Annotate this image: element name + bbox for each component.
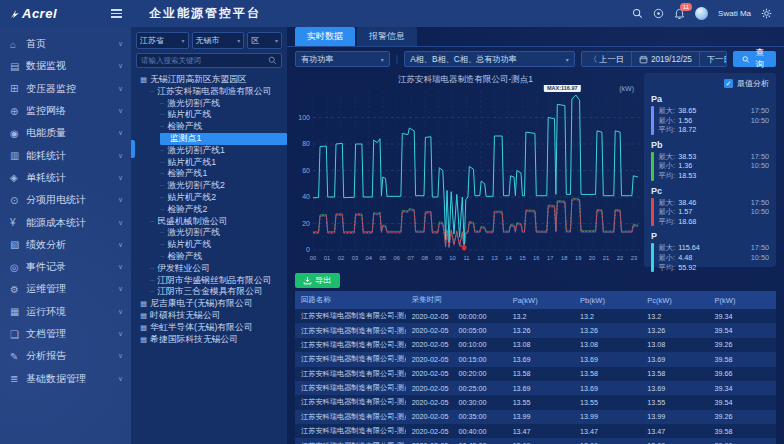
sidebar-item-7[interactable]: ⊙分项用电统计∨ [0, 189, 131, 211]
cell-pa: 13.55 [507, 395, 574, 409]
chevron-down-icon: ∨ [118, 241, 123, 249]
chart-section: 江苏安科瑞电器制造有限公司-测点1 (kW) 00010203040506070… [287, 71, 784, 269]
tree-connector: ┄ [150, 265, 155, 272]
tree-node-label: 贴片机产线 [167, 109, 211, 119]
stat-avg: 18.68 [678, 217, 696, 227]
menu-toggle-icon[interactable] [108, 6, 125, 21]
sidebar-item-15[interactable]: ≣基础数据管理∨ [0, 367, 131, 389]
tree-node[interactable]: ▦无锡江阴高新区东盟园区 [136, 74, 287, 86]
cell-circuit-name: 江苏安科瑞电器制造有限公司-测点1 [295, 424, 406, 438]
cell-collect-time: 2020-02-0500:10:00 [406, 338, 507, 352]
power-quality-icon: ◉ [10, 128, 26, 139]
tree-node[interactable]: ┄激光切割产线2 [136, 180, 287, 192]
cell-pb: 13.47 [574, 424, 641, 438]
sidebar-item-11[interactable]: ⚙运维管理∨ [0, 278, 131, 300]
tree-search-icon[interactable] [268, 56, 277, 65]
sidebar-item-5[interactable]: ▥能耗统计∨ [0, 144, 131, 166]
tree-node[interactable]: ┄贴片机产线 [136, 109, 287, 121]
tree-node[interactable]: ┄检验产线1 [136, 168, 287, 180]
tree-node[interactable]: ┄贴片机产线2 [136, 192, 287, 204]
tree-node[interactable]: ┄检验产线 [136, 121, 287, 133]
svg-text:60: 60 [302, 167, 310, 174]
region-select-2[interactable]: 区▾ [247, 32, 282, 49]
sidebar-item-3[interactable]: ⊕监控网络∨ [0, 100, 131, 122]
sidebar-item-12[interactable]: ▦运行环境∨ [0, 301, 131, 323]
export-button[interactable]: 导出 [295, 273, 340, 288]
table-row: 江苏安科瑞电器制造有限公司-测点12020-02-0500:35:0013.99… [295, 410, 776, 424]
max-analysis-checkbox[interactable]: ✓ [724, 79, 733, 88]
cell-p: 39.58 [709, 424, 776, 438]
sidebar-item-8[interactable]: ¥能源成本统计∨ [0, 211, 131, 233]
column-header-2: Pa(kW) [507, 291, 574, 309]
sidebar-item-6[interactable]: ◈单耗统计∨ [0, 167, 131, 189]
svg-text:20: 20 [302, 220, 310, 227]
tree-node[interactable]: ┄检验产线2 [136, 204, 287, 216]
cell-circuit-name: 江苏安科瑞电器制造有限公司-测点1 [295, 438, 406, 444]
table-row: 江苏安科瑞电器制造有限公司-测点12020-02-0500:45:0013.69… [295, 438, 776, 444]
sidebar-item-1[interactable]: ▤数据监视∨ [0, 55, 131, 77]
tree-node-selected[interactable]: 监测点1 [160, 133, 287, 145]
tree-node[interactable]: ▦华虹半导体(无锡)有限公司 [136, 322, 287, 334]
avatar[interactable] [695, 7, 708, 20]
region-selects: 江苏省▾无锡市▾区▾ [136, 32, 287, 49]
svg-text:13: 13 [491, 255, 497, 261]
phase-select[interactable]: A相、B相、C相、总有功功率▾ [404, 51, 575, 67]
sidebar-item-label: 运维管理 [26, 282, 66, 296]
building-icon: ▦ [140, 75, 147, 84]
sidebar-item-0[interactable]: ⌂首页∨ [0, 33, 131, 55]
tree-node[interactable]: ┄激光切割产线 [136, 227, 287, 239]
stat-avg: 18.53 [678, 171, 696, 181]
query-button[interactable]: 查询 [733, 51, 776, 67]
chevron-down-icon: ∨ [118, 285, 123, 293]
stat-min-time: 10:50 [751, 253, 769, 263]
column-header-5: P(kW) [709, 291, 776, 309]
search-icon[interactable] [632, 8, 643, 19]
tree-node[interactable]: ┄江苏安科瑞电器制造有限公司 [136, 86, 287, 98]
user-name[interactable]: Swati Ma [718, 9, 751, 18]
query-search-icon [742, 55, 750, 64]
sidebar-item-4[interactable]: ◉电能质量∨ [0, 122, 131, 144]
sidebar-item-label: 能源成本统计 [26, 216, 86, 230]
tree-node[interactable]: ┄贴片机产线1 [136, 157, 287, 169]
prev-day-button[interactable]: 〈 上一日 [582, 52, 632, 66]
region-select-1[interactable]: 无锡市▾ [192, 32, 245, 49]
sidebar-item-2[interactable]: ⊞变压器监控∨ [0, 78, 131, 100]
cell-p: 39.66 [709, 367, 776, 381]
stat-max: 38.53 [678, 152, 696, 162]
sidebar-item-13[interactable]: ❏文档管理∨ [0, 323, 131, 345]
settings-gear-icon[interactable] [761, 8, 772, 19]
sidebar-item-10[interactable]: ◎事件记录∨ [0, 256, 131, 278]
metric-select[interactable]: 有功功率▾ [295, 51, 390, 67]
tab-0[interactable]: 实时数据 [295, 27, 355, 46]
next-day-button[interactable]: 下一日 〉 [700, 52, 727, 66]
tree-node-label: 检验产线 [167, 121, 202, 131]
region-select-0[interactable]: 江苏省▾ [136, 32, 189, 49]
tree-node[interactable]: ▦尼吉康电子(无锡)有限公司 [136, 298, 287, 310]
date-picker[interactable]: 2019/12/25 [632, 52, 700, 66]
tree-node[interactable]: ┄激光切割产线 [136, 98, 287, 110]
svg-text:17: 17 [547, 255, 553, 261]
notifications[interactable]: 11 [674, 8, 685, 20]
sidebar-item-9[interactable]: ▧绩效分析∨ [0, 234, 131, 256]
tree-node[interactable]: ▦时硕科技无锡公司 [136, 310, 287, 322]
tree-node[interactable]: ┄检验产线 [136, 251, 287, 263]
main-content: 实时数据报警信息 有功功率▾ | A相、B相、C相、总有功功率▾ 〈 上一日 [287, 27, 784, 444]
sidebar-item-14[interactable]: ✎分析报告∨ [0, 345, 131, 367]
tree-node[interactable]: ┄民盛机械制造公司 [136, 216, 287, 228]
tree-node[interactable]: ▦希捷国际科技无锡公司 [136, 334, 287, 346]
tree-collapse-handle[interactable] [131, 140, 135, 158]
tree-node[interactable]: ┄贴片机产线 [136, 239, 287, 251]
tree-search-input[interactable]: 请输入搜索关键词 [136, 53, 282, 68]
tree-node[interactable]: ┄激光切割产线1 [136, 145, 287, 157]
tree-node-label: 希捷国际科技无锡公司 [150, 334, 238, 344]
tab-1[interactable]: 报警信息 [357, 27, 417, 46]
sidebar-item-label: 监控网络 [26, 104, 66, 118]
tree-connector: ┄ [160, 170, 165, 177]
sidebar-item-label: 事件记录 [26, 260, 66, 274]
tree-node[interactable]: ┄江阴市三合金模具有限公司 [136, 286, 287, 298]
tree-node[interactable]: ┄伊发鞋业公司 [136, 263, 287, 275]
stat-max-time: 17:50 [751, 243, 769, 253]
tree-node[interactable]: ┄江阴市华盛钢丝制品有限公司 [136, 275, 287, 287]
help-icon[interactable] [653, 8, 664, 19]
chevron-down-icon: ▾ [237, 37, 240, 44]
